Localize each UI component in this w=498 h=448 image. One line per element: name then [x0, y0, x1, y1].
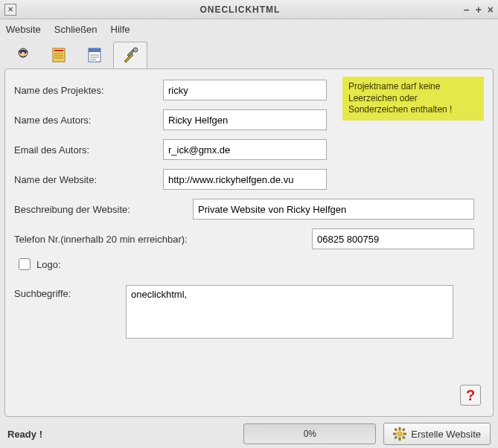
create-button-label: Erstelle Website — [411, 429, 481, 440]
label-phone: Telefon Nr.(innerhalb 20 min erreichbar)… — [14, 234, 312, 245]
svg-rect-18 — [404, 433, 406, 435]
statusbar: Ready ! 0% Erstelle Website — [0, 417, 498, 448]
label-email: Email des Autors: — [14, 144, 163, 156]
input-email[interactable] — [163, 139, 327, 160]
input-site[interactable] — [163, 169, 327, 190]
close-x-button[interactable]: × — [488, 4, 494, 16]
svg-point-2 — [25, 52, 26, 54]
minimize-button[interactable]: – — [464, 4, 470, 16]
menu-help[interactable]: Hilfe — [111, 24, 130, 35]
window-title: ONECLICKHTML — [16, 4, 464, 15]
svg-rect-20 — [403, 437, 405, 439]
svg-rect-21 — [403, 429, 405, 431]
toolbar — [0, 39, 498, 68]
input-keywords[interactable] — [126, 285, 453, 339]
menubar: Website Schließen Hilfe — [0, 19, 498, 39]
input-desc[interactable] — [193, 199, 474, 220]
create-website-button[interactable]: Erstelle Website — [383, 423, 491, 445]
svg-rect-9 — [89, 48, 100, 52]
input-phone[interactable] — [312, 228, 474, 249]
svg-rect-19 — [395, 429, 398, 431]
label-keywords: Suchbegriffe: — [14, 285, 126, 299]
content-panel: Projektname darf keine Leerzeichen oder … — [4, 68, 494, 417]
maximize-button[interactable]: + — [476, 4, 482, 16]
progress-bar: 0% — [243, 423, 376, 444]
checkbox-logo[interactable] — [19, 258, 31, 270]
tab-tools-icon[interactable] — [113, 42, 147, 68]
tab-person-icon[interactable] — [6, 42, 40, 68]
svg-rect-17 — [394, 433, 396, 435]
svg-point-1 — [20, 52, 22, 54]
label-project: Name des Projektes: — [14, 85, 163, 96]
titlebar: ✕ ONECLICKHTML – + × — [0, 0, 498, 19]
svg-point-14 — [398, 432, 402, 436]
label-site: Name der Website: — [14, 174, 163, 185]
svg-rect-4 — [54, 50, 63, 51]
svg-point-13 — [133, 48, 138, 52]
help-button[interactable]: ? — [460, 385, 481, 406]
svg-rect-16 — [400, 438, 401, 440]
svg-rect-22 — [395, 437, 398, 439]
warning-note: Projektname darf keine Leerzeichen oder … — [342, 77, 484, 121]
tab-page-icon[interactable] — [77, 42, 112, 68]
tab-document-icon[interactable] — [42, 42, 76, 68]
svg-rect-15 — [400, 428, 401, 430]
menu-close[interactable]: Schließen — [54, 24, 98, 35]
label-author: Name des Autors: — [14, 115, 163, 126]
status-text: Ready ! — [7, 429, 236, 440]
close-button[interactable]: ✕ — [4, 4, 16, 16]
label-desc: Beschreibung der Website: — [14, 204, 193, 215]
label-logo: Logo: — [36, 259, 61, 270]
input-project[interactable] — [163, 80, 327, 100]
menu-website[interactable]: Website — [6, 24, 41, 35]
input-author[interactable] — [163, 109, 327, 130]
gear-icon — [393, 427, 406, 441]
